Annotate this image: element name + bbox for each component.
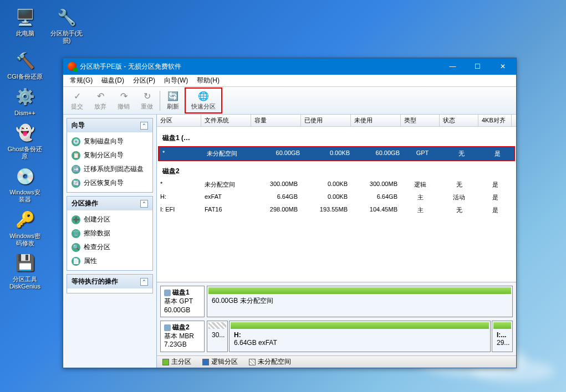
collapse-icon[interactable]: ⌃ bbox=[140, 122, 148, 130]
table-cell: 6.64GB bbox=[251, 192, 301, 203]
close-button[interactable]: ✕ bbox=[490, 58, 515, 75]
column-header[interactable]: 分区 bbox=[157, 115, 201, 126]
table-cell: 是 bbox=[478, 192, 512, 203]
item-label: 迁移系统到固态磁盘 bbox=[84, 164, 144, 174]
desktop-icon[interactable]: 💿Windows安 装器 bbox=[6, 164, 44, 203]
table-row[interactable]: *未分配空间300.00MB0.00KB300.00MB逻辑无是 bbox=[157, 178, 516, 191]
toolbar-button-刷新[interactable]: 🔄刷新 bbox=[161, 89, 185, 112]
panel-item[interactable]: 💿复制磁盘向导 bbox=[67, 135, 152, 148]
disk-info[interactable]: 磁盘2基本 MBR7.23GB bbox=[160, 321, 205, 352]
menu-item[interactable]: 常规(G) bbox=[65, 75, 97, 86]
partition-bar bbox=[208, 287, 511, 294]
maximize-button[interactable]: ☐ bbox=[465, 58, 490, 75]
table-cell: * bbox=[159, 148, 203, 159]
panel-item[interactable]: 🗑️擦除数据 bbox=[67, 226, 152, 240]
panel-header[interactable]: 分区操作⌃ bbox=[67, 197, 152, 210]
disk-group-label: 磁盘1 (… bbox=[157, 129, 516, 145]
legend-box bbox=[202, 359, 209, 365]
table-cell: H: bbox=[157, 192, 201, 203]
titlebar[interactable]: 分区助手PE版 - 无损分区免费软件 — ☐ ✕ bbox=[63, 58, 516, 75]
panel-分区操作: 分区操作⌃➕创建分区🗑️擦除数据🔍检查分区📄属性 bbox=[67, 196, 153, 271]
toolbar-label: 放弃 bbox=[94, 102, 106, 111]
table-cell: 无 bbox=[440, 205, 478, 215]
partition-sub: 60.00GB 未分配空间 bbox=[212, 296, 508, 306]
toolbar-button-快速分区[interactable]: 🌐快速分区 bbox=[185, 87, 222, 114]
table-cell: 298.00MB bbox=[251, 205, 301, 215]
partition-bar bbox=[231, 322, 489, 329]
table-cell: 60.00GB bbox=[353, 148, 403, 159]
minimize-button[interactable]: — bbox=[440, 58, 465, 75]
此电脑-icon: 🖥️ bbox=[13, 6, 37, 29]
column-header[interactable]: 已使用 bbox=[301, 115, 351, 126]
menu-item[interactable]: 向导(W) bbox=[160, 75, 192, 86]
table-cell: 无 bbox=[440, 179, 478, 190]
desktop-icon[interactable]: ⚙️Dism++ bbox=[6, 85, 44, 117]
table-cell: 是 bbox=[481, 148, 514, 159]
放弃-icon: ↶ bbox=[95, 90, 106, 101]
partition-bar bbox=[208, 322, 226, 329]
disk-group-label: 磁盘2 bbox=[157, 162, 516, 178]
icon-label: Ghost备份还 原 bbox=[8, 146, 42, 160]
table-cell: 未分配空间 bbox=[203, 148, 253, 159]
partition-block[interactable]: 30... bbox=[207, 321, 228, 352]
column-header[interactable]: 4KB对齐 bbox=[478, 115, 512, 126]
panel-item[interactable]: 🔄分区恢复向导 bbox=[67, 176, 152, 190]
desktop-icon[interactable]: 💾分区工具 DiskGenius bbox=[6, 251, 44, 290]
table-row[interactable]: I: EFIFAT16298.00MB193.55MB104.45MB主无是 bbox=[157, 204, 516, 216]
item-icon: 🔍 bbox=[72, 243, 80, 252]
panel-item[interactable]: ➕创建分区 bbox=[67, 213, 152, 226]
main-panel: 分区文件系统容量已使用未使用类型状态4KB对齐 磁盘1 (…*未分配空间60.0… bbox=[156, 115, 516, 368]
icon-label: CGI备份还原 bbox=[7, 73, 43, 80]
partition-block[interactable]: I:...29... bbox=[492, 321, 513, 352]
desktop-icon[interactable]: 🔨CGI备份还原 bbox=[6, 49, 44, 80]
item-icon: ➡️ bbox=[72, 165, 80, 174]
table-cell: 是 bbox=[478, 179, 512, 190]
table-cell: I: EFI bbox=[157, 205, 201, 215]
重做-icon: ↻ bbox=[141, 90, 152, 101]
desktop-icon[interactable]: 🔑Windows密 码修改 bbox=[6, 208, 44, 247]
desktop-icon[interactable]: 🔧分区助手(无 损) bbox=[47, 6, 86, 44]
icon-label: 分区工具 DiskGenius bbox=[9, 276, 40, 290]
panel-item[interactable]: 📄属性 bbox=[67, 254, 152, 268]
collapse-icon[interactable]: ⌃ bbox=[140, 278, 148, 286]
disk-icon bbox=[164, 290, 171, 296]
column-header[interactable]: 状态 bbox=[440, 115, 478, 126]
partition-block[interactable]: H:6.64GB exFAT bbox=[229, 321, 491, 352]
collapse-icon[interactable]: ⌃ bbox=[140, 200, 148, 208]
panel-header[interactable]: 向导⌃ bbox=[67, 118, 152, 132]
disk-info[interactable]: 磁盘1基本 GPT60.00GB bbox=[160, 286, 205, 317]
panel-title: 分区操作 bbox=[72, 199, 98, 208]
Ghost备份还
原-icon: 👻 bbox=[13, 121, 37, 145]
column-header[interactable]: 未使用 bbox=[351, 115, 401, 126]
panel-item[interactable]: 📋复制分区向导 bbox=[67, 148, 152, 162]
panel-item[interactable]: ➡️迁移系统到固态磁盘 bbox=[67, 162, 152, 176]
panel-body: 💿复制磁盘向导📋复制分区向导➡️迁移系统到固态磁盘🔄分区恢复向导 bbox=[67, 132, 152, 192]
legend-label: 主分区 bbox=[171, 357, 191, 367]
panel-item[interactable]: 🔍检查分区 bbox=[67, 240, 152, 254]
content: 向导⌃💿复制磁盘向导📋复制分区向导➡️迁移系统到固态磁盘🔄分区恢复向导分区操作⌃… bbox=[63, 115, 516, 368]
legend-box bbox=[162, 359, 169, 365]
panel-title: 等待执行的操作 bbox=[72, 277, 118, 286]
item-label: 分区恢复向导 bbox=[84, 178, 124, 188]
panel-header[interactable]: 等待执行的操作⌃ bbox=[67, 275, 152, 288]
desktop-icon[interactable]: 🖥️此电脑 bbox=[6, 6, 44, 44]
partition-block[interactable]: 60.00GB 未分配空间 bbox=[207, 286, 513, 317]
Windows密
码修改-icon: 🔑 bbox=[13, 208, 37, 231]
item-label: 复制分区向导 bbox=[84, 151, 124, 160]
panel-body: ➕创建分区🗑️擦除数据🔍检查分区📄属性 bbox=[67, 210, 152, 270]
menu-item[interactable]: 帮助(H) bbox=[192, 75, 224, 86]
column-header[interactable]: 容量 bbox=[251, 115, 301, 126]
Windows安
装器-icon: 💿 bbox=[13, 164, 37, 188]
table-row[interactable]: *未分配空间60.00GB0.00KB60.00GBGPT无是 bbox=[158, 146, 515, 161]
toolbar-label: 快速分区 bbox=[191, 102, 216, 111]
item-label: 检查分区 bbox=[84, 243, 110, 252]
desktop-icon[interactable]: 👻Ghost备份还 原 bbox=[6, 121, 44, 160]
column-header[interactable]: 类型 bbox=[401, 115, 440, 126]
table-row[interactable]: H:exFAT6.64GB0.00KB6.64GB主活动是 bbox=[157, 191, 516, 204]
disk-icon bbox=[164, 324, 171, 331]
menu-item[interactable]: 磁盘(D) bbox=[97, 75, 129, 86]
table-cell: 0.00KB bbox=[301, 179, 351, 190]
toolbar-button-撤销: ↷撤销 bbox=[112, 89, 135, 112]
column-header[interactable]: 文件系统 bbox=[201, 115, 251, 126]
menu-item[interactable]: 分区(P) bbox=[129, 75, 160, 86]
